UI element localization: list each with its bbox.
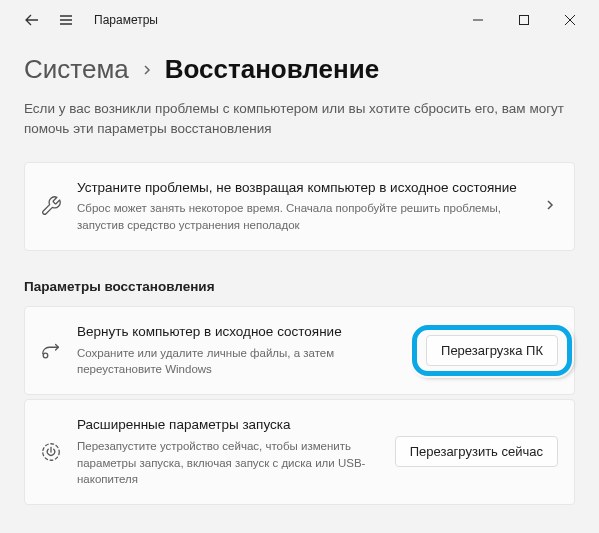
reset-pc-card: Вернуть компьютер в исходное состояние С… — [24, 306, 575, 395]
reset-pc-text: Вернуть компьютер в исходное состояние С… — [77, 323, 412, 378]
window-title: Параметры — [94, 13, 158, 27]
svg-rect-0 — [520, 16, 529, 25]
reset-pc-title: Вернуть компьютер в исходное состояние — [77, 323, 412, 342]
titlebar-left: Параметры — [6, 12, 158, 28]
back-icon[interactable] — [24, 12, 40, 28]
menu-icon[interactable] — [58, 12, 74, 28]
advanced-startup-title: Расширенные параметры запуска — [77, 416, 381, 435]
main-content: Система Восстановление Если у вас возник… — [0, 40, 599, 505]
page-title: Восстановление — [165, 54, 379, 85]
troubleshoot-text: Устраните проблемы, не возвращая компьют… — [77, 179, 530, 234]
troubleshoot-title: Устраните проблемы, не возвращая компьют… — [77, 179, 530, 198]
highlight-annotation: Перезагрузка ПК — [426, 335, 558, 366]
reset-icon — [39, 339, 63, 361]
intro-text: Если у вас возникли проблемы с компьютер… — [24, 99, 575, 140]
advanced-startup-text: Расширенные параметры запуска Перезапуст… — [77, 416, 381, 488]
advanced-startup-card: Расширенные параметры запуска Перезапуст… — [24, 399, 575, 505]
maximize-button[interactable] — [501, 4, 547, 36]
advanced-startup-desc: Перезапустите устройство сейчас, чтобы и… — [77, 438, 381, 488]
svg-point-1 — [43, 354, 48, 359]
breadcrumb: Система Восстановление — [24, 54, 575, 85]
chevron-right-icon — [544, 197, 558, 215]
recovery-section-title: Параметры восстановления — [24, 279, 575, 294]
chevron-right-icon — [141, 64, 153, 76]
reset-pc-button[interactable]: Перезагрузка ПК — [426, 335, 558, 366]
wrench-icon — [39, 195, 63, 217]
troubleshoot-desc: Сброс может занять некоторое время. Снач… — [77, 200, 530, 233]
troubleshoot-card[interactable]: Устраните проблемы, не возвращая компьют… — [24, 162, 575, 251]
reset-pc-desc: Сохраните или удалите личные файлы, а за… — [77, 345, 412, 378]
window-controls — [455, 4, 593, 36]
minimize-button[interactable] — [455, 4, 501, 36]
titlebar: Параметры — [0, 0, 599, 40]
power-options-icon — [39, 441, 63, 463]
breadcrumb-parent[interactable]: Система — [24, 54, 129, 85]
close-button[interactable] — [547, 4, 593, 36]
restart-now-button[interactable]: Перезагрузить сейчас — [395, 436, 558, 467]
